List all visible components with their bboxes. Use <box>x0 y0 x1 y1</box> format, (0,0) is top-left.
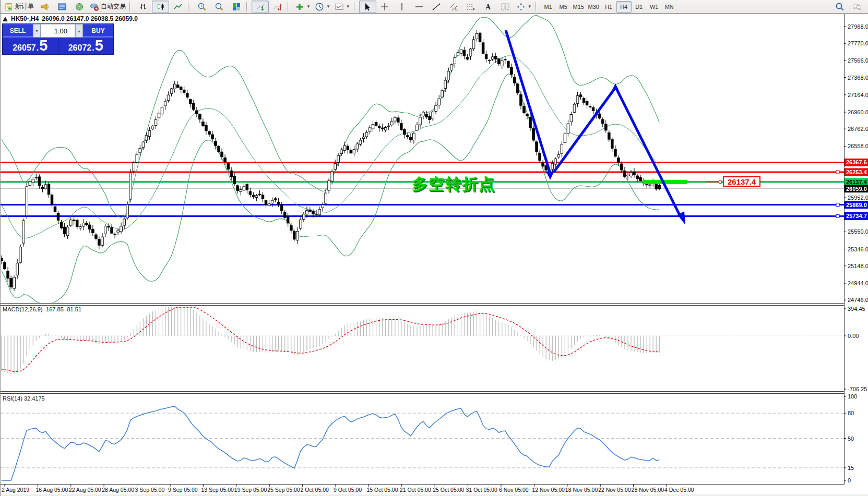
price-callout-label[interactable]: 26137.4 <box>723 176 760 187</box>
timeframe-w1[interactable]: W1 <box>647 1 662 13</box>
trendline-icon <box>432 2 441 11</box>
macd-indicator-label: MACD(12,26,9) -167.85 -81.51 <box>3 306 81 312</box>
candlestick-chart-button[interactable] <box>152 1 169 13</box>
arrows-tool[interactable]: ▼ <box>514 1 534 13</box>
chart-canvas[interactable]: 27968.027770.027566.027368.027164.026960… <box>1 0 868 496</box>
svg-text:15 Oct 05:00: 15 Oct 05:00 <box>366 487 398 493</box>
sell-price-display: 26057.5 <box>3 38 58 54</box>
svg-text:26059.0: 26059.0 <box>846 186 867 192</box>
svg-text:27968.0: 27968.0 <box>848 23 868 30</box>
templates-button[interactable]: ▼ <box>332 1 352 13</box>
volume-input[interactable]: 1.00 <box>41 24 75 38</box>
autotrading-icon <box>90 2 99 11</box>
svg-text:E: E <box>455 7 458 11</box>
timeframe-m15[interactable]: M15 <box>571 1 586 13</box>
toolbar-separator <box>246 2 250 12</box>
text-label-tool[interactable]: T <box>497 1 514 13</box>
timeframe-m30[interactable]: M30 <box>586 1 601 13</box>
chat-icon[interactable] <box>848 1 865 13</box>
svg-text:26253.4: 26253.4 <box>846 169 867 175</box>
line-chart-button[interactable] <box>169 1 186 13</box>
signals-icon <box>75 2 84 11</box>
fibonacci-icon: F <box>466 2 475 11</box>
svg-text:0: 0 <box>848 477 851 483</box>
new-order-button-label: 新订单 <box>15 2 34 11</box>
timeframe-mn[interactable]: MN <box>662 1 677 13</box>
svg-text:31 Oct 05:00: 31 Oct 05:00 <box>466 487 497 493</box>
svg-text:25550.0: 25550.0 <box>848 228 868 235</box>
auto-trading-button-label: 自动交易 <box>101 2 126 11</box>
cursor-tool[interactable] <box>359 1 376 13</box>
text-label-icon: T <box>501 2 510 11</box>
zoom-in-button[interactable] <box>193 1 210 13</box>
svg-text:27770.0: 27770.0 <box>848 40 868 46</box>
periods-button[interactable]: ▼ <box>313 1 332 13</box>
timeframe-h1[interactable]: H1 <box>601 1 616 13</box>
svg-text:T: T <box>504 4 507 10</box>
svg-text:15: 15 <box>848 465 854 471</box>
indicators-icon <box>295 2 304 11</box>
bar-chart-button[interactable] <box>135 1 152 13</box>
auto-scroll-button[interactable] <box>252 1 269 13</box>
tile-windows-button[interactable] <box>228 1 245 13</box>
svg-text:27566.0: 27566.0 <box>848 57 868 64</box>
one-click-trading-panel: SELL ▼ 1.00 ▲ BUY 26057.5 26072.5 <box>2 23 114 55</box>
search-icon[interactable] <box>831 1 848 13</box>
chart-annotation-text[interactable]: 多空转折点 <box>412 174 495 195</box>
cursor-icon <box>363 2 372 11</box>
svg-text:22 Nov 05:00: 22 Nov 05:00 <box>598 487 631 493</box>
svg-text:50: 50 <box>848 435 854 442</box>
vertical-line-tool[interactable] <box>394 1 411 13</box>
svg-text:4 Dec 05:00: 4 Dec 05:00 <box>664 487 694 493</box>
svg-text:26558.0: 26558.0 <box>848 143 868 149</box>
toolbar-separator <box>129 2 133 12</box>
new-order-icon <box>4 2 14 11</box>
zoom-out-button[interactable] <box>210 1 228 13</box>
horizontal-line-tool[interactable] <box>411 1 428 13</box>
svg-text:12 Nov 05:00: 12 Nov 05:00 <box>532 487 565 493</box>
mt4-window: 27968.027770.027566.027368.027164.026960… <box>0 0 868 496</box>
auto-scroll-icon <box>256 2 265 11</box>
chevron-down-icon: ▼ <box>346 4 350 9</box>
timeframe-m5[interactable]: M5 <box>556 1 571 13</box>
chart-shift-button[interactable] <box>269 1 286 13</box>
svg-text:26960.0: 26960.0 <box>848 109 868 115</box>
vline-icon <box>397 2 407 11</box>
chevron-down-icon: ▼ <box>306 4 311 9</box>
svg-text:6 Nov 05:00: 6 Nov 05:00 <box>499 487 529 493</box>
auto-trading-button[interactable]: 自动交易 <box>88 1 128 13</box>
market-watch-button[interactable] <box>53 1 70 13</box>
svg-text:28 Nov 05:00: 28 Nov 05:00 <box>632 487 664 493</box>
svg-text:9 Oct 05:00: 9 Oct 05:00 <box>334 487 362 493</box>
chart-title: HK50-,H4 26096.0 26147.0 26038.5 26059.0 <box>3 15 138 22</box>
svg-text:18 Nov 05:00: 18 Nov 05:00 <box>565 487 598 493</box>
svg-text:394.45: 394.45 <box>848 306 865 312</box>
indicators-button[interactable]: ▼ <box>293 1 313 13</box>
sound-alert-button[interactable] <box>36 1 53 13</box>
volume-increase-button[interactable]: ▲ <box>75 24 83 38</box>
sell-button[interactable]: SELL <box>3 24 33 38</box>
timeframe-m1[interactable]: M1 <box>541 1 556 13</box>
text-tool[interactable]: A <box>480 1 497 13</box>
arrows-icon <box>516 2 526 11</box>
svg-text:27368.0: 27368.0 <box>848 75 868 81</box>
chart-window-icon <box>3 17 8 21</box>
svg-text:25 Sep 05:00: 25 Sep 05:00 <box>267 487 300 493</box>
signals-button[interactable] <box>70 1 88 13</box>
trendline-tool[interactable] <box>428 1 445 13</box>
crosshair-icon <box>380 2 389 11</box>
buy-button[interactable]: BUY <box>83 24 113 38</box>
fibonacci-tool[interactable]: F <box>462 1 480 13</box>
zoom-in-icon <box>197 2 207 11</box>
crosshair-tool[interactable] <box>376 1 394 13</box>
timeframe-d1[interactable]: D1 <box>632 1 647 13</box>
svg-text:16 Aug 05:00: 16 Aug 05:00 <box>35 487 68 493</box>
svg-text:3 Sep 05:00: 3 Sep 05:00 <box>135 487 165 493</box>
timeframe-h4[interactable]: H4 <box>616 1 632 13</box>
channel-tool[interactable]: E <box>445 1 462 13</box>
bar-chart-icon <box>139 2 148 11</box>
text-icon: A <box>483 2 493 11</box>
volume-decrease-button[interactable]: ▼ <box>33 24 41 38</box>
new-order-button[interactable]: 新订单 <box>2 1 36 13</box>
svg-text:26762.0: 26762.0 <box>848 126 868 132</box>
